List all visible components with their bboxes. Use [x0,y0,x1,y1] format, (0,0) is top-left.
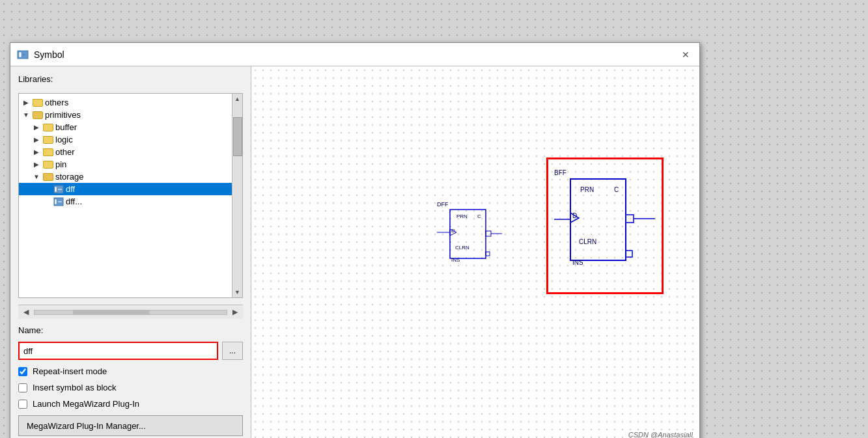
tree-label-logic: logic [55,135,73,144]
expand-primitives-icon: ▼ [21,111,31,118]
watermark: CSDN @AnastasiaIl [628,431,693,438]
launch-mega-label[interactable]: Launch MegaWizard Plug-In [33,399,139,409]
svg-text:INS: INS [572,259,583,266]
svg-text:C: C [614,186,619,193]
expand-others-icon: ▶ [21,99,31,106]
tree-item-dff2[interactable]: dff... [19,195,232,208]
library-tree[interactable]: ▶ others ▼ primitives ▶ buffer [18,93,243,298]
folder-buffer-icon [43,124,53,131]
svg-text:INS: INS [451,257,460,263]
dff-symbol-large: BFF PRN C D CLRN INS [554,167,655,294]
tree-item-primitives[interactable]: ▼ primitives [19,109,232,121]
tree-label-pin: pin [55,159,66,169]
expand-logic-icon: ▶ [32,136,41,143]
svg-rect-18 [486,252,490,256]
launch-mega-row: Launch MegaWizard Plug-In [18,399,243,409]
expand-other-icon: ▶ [32,148,41,156]
nav-hscrollbar[interactable] [34,310,227,315]
tree-item-buffer[interactable]: ▶ buffer [19,121,232,133]
folder-logic-icon [43,136,53,144]
svg-rect-4 [55,187,57,192]
browse-button[interactable]: ... [222,342,243,360]
expand-storage-icon: ▼ [32,173,41,180]
component-dff2-icon [53,197,64,206]
launch-mega-checkbox[interactable] [18,400,27,409]
dialog-body: Libraries: ▶ others ▼ primitives [10,66,699,438]
svg-text:DFF: DFF [437,201,449,208]
tree-scrollbar[interactable]: ▲ ▼ [232,94,242,297]
svg-rect-7 [55,199,57,204]
svg-text:BFF: BFF [554,169,567,176]
tree-nav-bar: ◀ ▶ [18,305,243,319]
scroll-up-btn[interactable]: ▲ [233,94,242,104]
tree-item-storage[interactable]: ▼ storage [19,171,232,183]
symbol-dialog: Symbol ✕ Libraries: ▶ others ▼ [10,42,700,438]
dialog-icon [17,49,29,61]
dialog-titlebar: Symbol ✕ [10,43,699,66]
svg-rect-1 [19,52,21,57]
left-panel: Libraries: ▶ others ▼ primitives [10,66,251,438]
tree-label-dff: dff [66,184,75,194]
libraries-label: Libraries: [18,74,243,84]
nav-hthumb [73,310,150,314]
mega-wizard-button[interactable]: MegaWizard Plug-In Manager... [18,415,243,436]
tree-item-dff[interactable]: dff [19,183,232,195]
insert-as-block-label[interactable]: Insert symbol as block [33,383,117,392]
insert-as-block-row: Insert symbol as block [18,383,243,392]
name-input[interactable] [18,342,218,360]
svg-rect-30 [626,251,632,257]
expand-dff2-icon [42,198,51,205]
tree-scroll-area: ▶ others ▼ primitives ▶ buffer [19,94,232,297]
repeat-insert-checkbox[interactable] [18,367,27,376]
close-button[interactable]: ✕ [679,48,693,62]
name-row: ... [18,342,243,360]
schematic-preview: DFF PRN C D CLRN INS [251,66,699,438]
name-section: Name: ... [18,325,243,360]
tree-item-others[interactable]: ▶ others [19,96,232,109]
repeat-insert-label[interactable]: Repeat-insert mode [33,366,107,376]
repeat-insert-row: Repeat-insert mode [18,366,243,376]
nav-right-arrow[interactable]: ▶ [230,308,240,316]
expand-pin-icon: ▶ [32,161,41,168]
tree-label-others: others [45,98,68,107]
folder-primitives-icon [33,111,43,119]
folder-other-icon [43,148,53,156]
svg-text:CLRN: CLRN [455,245,469,251]
svg-rect-15 [486,231,491,236]
folder-others-icon [33,99,43,107]
tree-item-other[interactable]: ▶ other [19,146,232,158]
tree-label-dff2: dff... [66,197,82,206]
dff-symbol-small: DFF PRN C D CLRN INS [437,200,502,278]
tree-label-primitives: primitives [45,110,81,120]
svg-text:PRN: PRN [580,186,594,193]
svg-text:CLRN: CLRN [579,238,596,245]
folder-pin-icon [43,161,53,169]
dialog-title-text: Symbol [34,49,64,60]
svg-text:C: C [477,213,481,219]
folder-storage-icon [43,173,53,181]
insert-as-block-checkbox[interactable] [18,383,27,392]
svg-text:PRN: PRN [456,213,468,219]
tree-label-other: other [55,147,75,157]
tree-item-logic[interactable]: ▶ logic [19,133,232,146]
expand-dff-icon [42,185,51,193]
scroll-down-btn[interactable]: ▼ [233,287,242,297]
svg-rect-27 [626,215,634,223]
tree-label-buffer: buffer [55,122,77,132]
tree-label-storage: storage [55,172,83,182]
tree-item-pin[interactable]: ▶ pin [19,158,232,171]
component-dff-icon [53,185,64,194]
expand-buffer-icon: ▶ [32,124,41,131]
dialog-title-left: Symbol [17,49,64,61]
scroll-thumb[interactable] [233,117,242,156]
nav-left-arrow[interactable]: ◀ [21,308,31,316]
name-label: Name: [18,325,243,335]
